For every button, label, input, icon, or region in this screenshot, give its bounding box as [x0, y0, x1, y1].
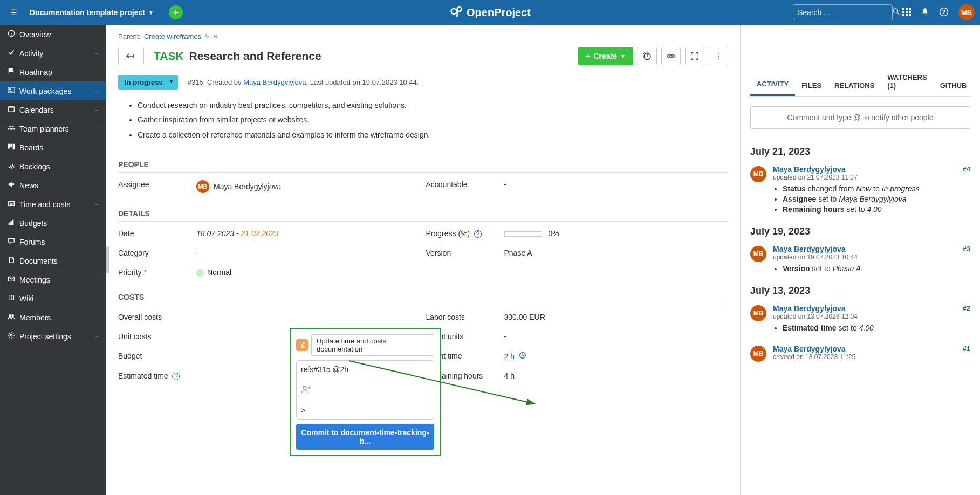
assignee-value[interactable]: MB Maya Berdygylyjova — [196, 180, 421, 193]
svg-point-30 — [11, 314, 13, 317]
check-icon — [8, 49, 19, 58]
comment-input[interactable]: Comment and type @ to notify other peopl… — [750, 106, 970, 129]
activity-user-link[interactable]: Maya Berdygylyjova — [773, 165, 846, 174]
sidebar-item-wiki[interactable]: Wiki — [0, 289, 106, 308]
accountable-value[interactable]: - — [504, 180, 729, 193]
activity-number[interactable]: #2 — [963, 304, 970, 312]
commit-message-input[interactable]: refs#315 @2h > — [296, 360, 434, 420]
notifications-icon[interactable] — [921, 8, 929, 18]
activity-date-header: July 19, 2023 — [750, 226, 970, 237]
progress-value[interactable]: 0% — [504, 229, 729, 238]
tab-activity[interactable]: ACTIVITY — [750, 74, 795, 96]
svg-rect-11 — [909, 14, 911, 16]
modules-icon[interactable] — [902, 8, 911, 18]
svg-point-35 — [303, 386, 306, 389]
activity-timestamp: updated on 21.07.2023 11:37 — [773, 174, 970, 181]
global-search[interactable] — [793, 4, 893, 20]
create-button-label: Create — [594, 52, 618, 60]
sidebar-item-work-packages[interactable]: Work packages→ — [0, 81, 106, 100]
help-icon[interactable]: ? — [172, 373, 180, 380]
sidebar-item-news[interactable]: News — [0, 176, 106, 195]
tab-files[interactable]: FILES — [795, 76, 828, 96]
spent-units-value[interactable]: - — [504, 332, 729, 341]
activity-user-link[interactable]: Maya Berdygylyjova — [773, 304, 846, 313]
sidebar-item-members[interactable]: Members — [0, 308, 106, 327]
svg-rect-3 — [902, 8, 904, 10]
sidebar-item-meetings[interactable]: Meetings→ — [0, 270, 106, 289]
svg-rect-9 — [902, 14, 904, 16]
activity-user-link[interactable]: Maya Berdygylyjova — [773, 245, 846, 253]
more-menu-button[interactable]: ⋮ — [709, 47, 728, 65]
help-icon[interactable]: ? — [939, 7, 949, 18]
description[interactable]: Conduct research on industry best practi… — [138, 99, 728, 141]
sidebar-item-overview[interactable]: Overview — [0, 25, 106, 44]
wiki-icon — [8, 294, 19, 303]
tab-relations[interactable]: RELATIONS — [828, 76, 881, 96]
sidebar-item-budgets[interactable]: Budgets — [0, 214, 106, 232]
sidebar-item-documents[interactable]: Documents — [0, 251, 106, 270]
sidebar-item-team-planners[interactable]: Team planners→ — [0, 119, 106, 138]
category-value[interactable]: - — [196, 249, 421, 257]
project-selector[interactable]: Documentation template project ▼ — [30, 8, 154, 17]
clock-icon[interactable] — [519, 352, 526, 361]
tab-github[interactable]: GITHUB — [934, 76, 974, 96]
activity-change: Estimated time set to 4.00 — [783, 324, 970, 332]
commit-button[interactable]: Commit to document-time-tracking-b... — [296, 424, 434, 450]
sidebar-item-time-and-costs[interactable]: Time and costs→ — [0, 195, 106, 214]
wp-title[interactable]: Research and Reference — [189, 50, 321, 63]
remaining-hours-value[interactable]: 4 h — [504, 372, 729, 380]
activity-timer-button[interactable] — [638, 47, 657, 65]
activity-user-link[interactable]: Maya Berdygylyjova — [773, 345, 846, 353]
spent-time-value[interactable]: 2 h — [504, 352, 729, 361]
sidebar-item-backlogs[interactable]: Backlogs — [0, 157, 106, 176]
user-avatar[interactable]: MB — [958, 4, 975, 20]
sidebar-item-roadmap[interactable]: Roadmap — [0, 63, 106, 81]
status-selector[interactable]: In progress — [118, 75, 178, 90]
search-icon[interactable] — [892, 8, 900, 17]
sidebar-item-project-settings[interactable]: Project settings→ — [0, 327, 106, 346]
add-person-icon[interactable] — [301, 384, 429, 396]
sidebar-item-forums[interactable]: Forums — [0, 232, 106, 251]
watch-button[interactable] — [661, 47, 681, 65]
svg-rect-5 — [909, 8, 911, 10]
git-provider-icon — [296, 339, 308, 351]
activity-number[interactable]: #1 — [963, 345, 970, 353]
sidebar-item-label: Forums — [19, 238, 45, 246]
sidebar-item-calendars[interactable]: Calendars→ — [0, 100, 106, 119]
app-logo: OpenProject — [449, 5, 531, 20]
date-value[interactable]: 18.07.2023 - 21.07.2023 — [196, 229, 421, 238]
openproject-logo-icon — [449, 5, 462, 20]
menu-toggle-icon[interactable]: ☰ — [5, 8, 22, 17]
breadcrumb-parent-link[interactable]: Create wireframes — [144, 32, 201, 40]
priority-value[interactable]: Normal — [196, 268, 421, 277]
commit-title-input[interactable]: Update time and costs documentation — [311, 334, 434, 356]
meet-icon — [8, 275, 19, 284]
back-button[interactable] — [118, 47, 144, 65]
sidebar-item-activity[interactable]: Activity→ — [0, 44, 106, 63]
version-value[interactable]: Phase A — [504, 249, 729, 257]
sidebar-item-label: Activity — [19, 49, 43, 58]
labor-costs-value[interactable]: 300.00 EUR — [504, 313, 729, 321]
caret-down-icon: ▼ — [620, 53, 626, 59]
activity-change: Remaining hours set to 4.00 — [783, 205, 970, 214]
activity-number[interactable]: #4 — [963, 165, 970, 173]
activity-timestamp: updated on 19.07.2023 10:44 — [773, 253, 970, 261]
search-input[interactable] — [798, 8, 892, 17]
sidebar-item-boards[interactable]: Boards→ — [0, 138, 106, 157]
description-item: Conduct research on industry best practi… — [138, 99, 728, 111]
svg-point-0 — [451, 9, 456, 14]
author-link[interactable]: Maya Berdygylyjova — [243, 78, 306, 86]
activity-item: MB Maya Berdygylyjova updated on 21.07.2… — [750, 165, 970, 215]
news-icon — [8, 181, 19, 190]
edit-icon[interactable]: ✎ — [204, 33, 210, 40]
fullscreen-button[interactable] — [685, 47, 704, 65]
activity-number[interactable]: #3 — [963, 245, 970, 253]
svg-rect-21 — [8, 144, 10, 149]
tab-watchers[interactable]: WATCHERS (1) — [881, 68, 933, 96]
close-icon[interactable]: ✕ — [213, 33, 218, 40]
create-button[interactable]: + Create ▼ — [578, 47, 633, 65]
add-button[interactable]: + — [169, 5, 183, 19]
help-icon[interactable]: ? — [474, 230, 482, 238]
svg-text:?: ? — [942, 8, 945, 15]
section-people: PEOPLE — [118, 160, 728, 173]
